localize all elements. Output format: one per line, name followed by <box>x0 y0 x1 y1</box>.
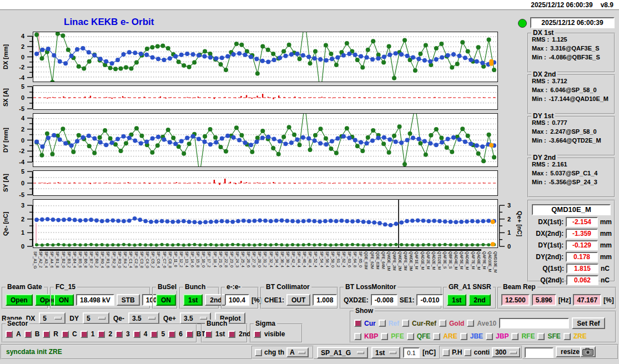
sector-group-checkbox-2[interactable] <box>98 331 105 338</box>
sector-group-checkbox-4[interactable] <box>133 331 140 338</box>
show-checkbox-ave10[interactable] <box>467 320 474 327</box>
sy-plot <box>33 170 498 196</box>
bpm-value-unit: mm <box>600 230 612 237</box>
bpm-value-row: DX(2nd):-1.359mm <box>530 229 612 239</box>
bunch-select-group-checkbox-1st[interactable] <box>205 331 212 338</box>
1st-button[interactable]: 1st <box>183 294 203 306</box>
group-items: CHE1:OUT1.008 <box>264 294 335 306</box>
sector-group-checkbox-5[interactable] <box>150 331 158 338</box>
show-label-ave10: Ave10 <box>477 320 496 327</box>
stats-row-value: 3.712 <box>552 78 567 84</box>
chg-th-checkbox[interactable] <box>255 349 262 356</box>
sector-group-checkbox-1[interactable] <box>80 331 88 338</box>
show-checkbox-rfe[interactable] <box>511 333 519 340</box>
bpm-x-label: QAD2E_M <box>431 251 436 284</box>
sector-group-checkbox-c[interactable] <box>62 331 69 338</box>
y-tick-label: 4 <box>10 33 24 40</box>
bpm-value-row: Q(2nd):0.062nC <box>530 275 612 285</box>
q-plot-row: Qe- [nC]32103210Qe+ [nC] <box>0 199 525 248</box>
open-button[interactable]: Open <box>6 294 33 306</box>
y-tick-label: 3 <box>10 202 24 209</box>
bpm-x-label: SP_R0_4 <box>100 251 105 284</box>
value-field: 100.4 <box>225 294 249 306</box>
bpm-value-unit: nC <box>601 276 610 284</box>
chg-th-dropdown[interactable]: A <box>286 347 309 357</box>
stats-row: RMS :2.161 <box>532 161 614 168</box>
range-dropdown[interactable]: 5 <box>39 312 66 324</box>
group-title: GR_A1 SNSR <box>447 283 493 291</box>
y-tick-label: -5 <box>10 191 24 199</box>
show-checkbox-cur-ref[interactable] <box>402 320 409 327</box>
show-checkbox-gold[interactable] <box>439 320 446 327</box>
conti-checkbox[interactable] <box>464 349 471 356</box>
bpm-x-label: SP_A4_6 <box>49 251 54 284</box>
set-ref-button[interactable]: Set Ref <box>572 317 605 329</box>
stats-row-label: Max : <box>532 87 547 93</box>
sector-group-checkbox-a[interactable] <box>6 331 13 338</box>
show-checkbox-kbp[interactable] <box>354 333 361 340</box>
show-checkbox-sfe[interactable] <box>537 333 545 340</box>
bpm-x-label: QAD1E_M <box>420 251 425 284</box>
show-checkbox-jbp[interactable] <box>486 333 493 340</box>
bpm-x-label: SP_24_3 <box>235 251 240 284</box>
screenshot-button[interactable] <box>580 346 596 357</box>
bpm-x-label: QWFE_2M <box>392 251 397 284</box>
bunch-select-dropdown[interactable]: 1st <box>371 347 400 358</box>
bpm-x-label: QAF9E_M <box>482 251 487 284</box>
ref-input[interactable] <box>499 318 569 328</box>
stats-row: Min :-4.086@QBF3E_S <box>532 54 614 60</box>
bpm-x-label: SP_42_4 <box>291 251 296 284</box>
y-tick-label: 5 <box>10 83 24 90</box>
points-dropdown[interactable]: 300 <box>492 347 520 357</box>
on-button[interactable]: ON <box>156 294 176 306</box>
threshold-input[interactable]: 0.1 <box>403 347 420 358</box>
range-dropdown[interactable]: 5 <box>83 312 109 324</box>
group-beam-rep: Beam Rep12.5005.896[Hz]47.167[%] <box>497 287 616 309</box>
sector-group-checkbox-3[interactable] <box>115 331 123 338</box>
bpm-value-field: 1.815 <box>566 264 598 274</box>
show-checkbox-pfe[interactable] <box>381 333 388 340</box>
bpm-x-label: SP_B6_8 <box>83 251 88 284</box>
dropdown-handle-icon <box>357 351 364 354</box>
sector-group-checkbox-r[interactable] <box>43 331 50 338</box>
sector-group-label-5: 5 <box>161 330 165 338</box>
show-label-ref: Ref <box>389 320 399 327</box>
show-checkbox-jbe[interactable] <box>460 333 467 340</box>
sigma-group-checkbox-visible[interactable] <box>254 331 261 338</box>
bpm-x-label: SP_12_2 <box>179 251 184 284</box>
y-tick-label: 5 <box>10 168 24 175</box>
spare-input[interactable] <box>525 347 553 358</box>
stats-row-value: 0.777 <box>552 119 567 126</box>
ph-checkbox[interactable] <box>442 349 450 356</box>
bunch-select-group-checkbox-2nd[interactable] <box>228 331 235 338</box>
main-panel: Linac KEKB e- Orbit 2025/12/12 06:00:39 … <box>0 10 619 364</box>
2nd-button[interactable]: 2nd <box>469 294 490 306</box>
stats-row-label: RMS : <box>532 161 549 168</box>
range-dropdown[interactable]: 3.5 <box>128 312 159 324</box>
show-checkbox-qfe[interactable] <box>407 333 414 340</box>
stats-row-value: 3.316@QAF3E_S <box>550 45 599 52</box>
bpm-value-row: DY(2nd):0.178mm <box>530 252 612 262</box>
on-button[interactable]: ON <box>54 294 74 306</box>
bpm-x-label: SP_52_4 <box>313 251 318 284</box>
bpm-select-dropdown[interactable]: SP_A1_G <box>317 347 368 358</box>
stats-row-label: RMS : <box>532 78 549 84</box>
bpm-x-label: SP_28_0 <box>257 251 262 284</box>
show-checkbox-are[interactable] <box>433 333 440 340</box>
show-checkbox-ref[interactable] <box>379 320 386 327</box>
stb-button[interactable]: STB <box>117 294 140 306</box>
show-checkbox-cur[interactable] <box>354 320 361 327</box>
status-led <box>518 19 527 28</box>
out-button[interactable]: OUT <box>286 294 310 306</box>
bpm-x-label: SP_A3_4 <box>44 251 49 284</box>
chg-th-value: A <box>290 348 295 356</box>
sector-group-checkbox-b[interactable] <box>24 331 32 338</box>
1st-button[interactable]: 1st <box>447 294 466 306</box>
bunch-select-group-title: Bunch <box>205 320 229 327</box>
bpm-x-label: QWDE_1M <box>386 251 391 284</box>
sector-group-checkbox-bt[interactable] <box>186 331 193 338</box>
dropdown-handle-icon <box>298 351 305 354</box>
group-items: ON <box>156 294 174 306</box>
sector-group-checkbox-6[interactable] <box>168 331 175 338</box>
show-checkbox-zre[interactable] <box>563 333 571 340</box>
